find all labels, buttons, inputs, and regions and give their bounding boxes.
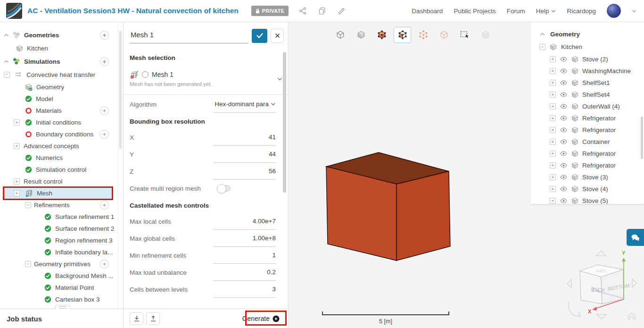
geometry-part-refrigerator[interactable]: +Refrigerator bbox=[531, 148, 644, 160]
tree-item-numerics[interactable]: Numerics bbox=[0, 152, 118, 164]
expander-plus[interactable]: + bbox=[550, 174, 556, 180]
tree-item-surface-refinement-2[interactable]: Surface refinement 2 bbox=[0, 223, 118, 235]
visibility-eye-icon[interactable] bbox=[560, 92, 567, 97]
mesh-selection-control[interactable]: Mesh 1Mesh has not been generated yet. bbox=[130, 65, 276, 92]
visibility-eye-icon[interactable] bbox=[560, 186, 567, 192]
tree-item-result-control[interactable]: +Result control bbox=[0, 176, 118, 187]
expander-plus[interactable]: + bbox=[550, 198, 556, 204]
expander-plus[interactable]: + bbox=[550, 162, 556, 168]
app-logo-icon[interactable] bbox=[6, 3, 22, 19]
geometry-tree-scrollbar[interactable] bbox=[641, 117, 643, 159]
tree-item-geometry-primitives[interactable]: −Geometry primitives+ bbox=[0, 258, 118, 270]
tree-item-convective-heat-transfer[interactable]: −Convective heat transfer bbox=[0, 68, 118, 81]
tree-item-region-refinement-3[interactable]: Region refinement 3 bbox=[0, 235, 118, 246]
user-menu-chevron-icon[interactable] bbox=[632, 9, 636, 13]
geometry-part-outerwall-4-[interactable]: +OuterWall (4) bbox=[531, 101, 644, 112]
expander-plus[interactable]: + bbox=[550, 139, 556, 145]
geometry-part-shelfset4[interactable]: +ShelfSet4 bbox=[531, 89, 644, 101]
add-button[interactable]: + bbox=[100, 106, 109, 115]
add-button[interactable]: + bbox=[100, 31, 109, 40]
field-value-input[interactable]: 1.00e+8 bbox=[214, 230, 276, 247]
expander-minus[interactable]: − bbox=[25, 202, 31, 208]
close-button[interactable] bbox=[271, 29, 284, 43]
tree-item-refinements[interactable]: −Refinements+ bbox=[0, 199, 118, 211]
rename-pencil-icon[interactable] bbox=[336, 6, 347, 16]
tree-item-simulation-control[interactable]: Simulation control bbox=[0, 164, 118, 176]
visibility-eye-icon[interactable] bbox=[560, 116, 567, 121]
expander-plus[interactable]: + bbox=[550, 103, 556, 109]
expander-plus[interactable]: + bbox=[550, 151, 556, 157]
field-value-input[interactable]: 41 bbox=[214, 129, 276, 146]
geometry-part-container[interactable]: +Container bbox=[531, 136, 644, 148]
tree-item-cartesian-box-3[interactable]: Cartesian box 3 bbox=[0, 294, 118, 305]
visibility-eye-icon[interactable] bbox=[560, 68, 567, 74]
geometry-part-refrigerator[interactable]: +Refrigerator bbox=[531, 124, 644, 136]
user-avatar[interactable] bbox=[607, 4, 621, 18]
tree-item-boundary-conditions[interactable]: Boundary conditions+ bbox=[0, 128, 118, 140]
add-button[interactable]: + bbox=[100, 130, 109, 139]
job-status-bar[interactable]: Job status bbox=[0, 309, 123, 328]
confirm-button[interactable] bbox=[252, 29, 267, 43]
nav-public-projects[interactable]: Public Projects bbox=[454, 8, 495, 15]
expander-plus[interactable]: + bbox=[550, 56, 556, 62]
tree-item-simulations[interactable]: Simulations+ bbox=[0, 55, 118, 68]
visibility-eye-icon[interactable] bbox=[560, 175, 567, 180]
copy-icon[interactable] bbox=[317, 6, 327, 16]
visibility-eye-icon[interactable] bbox=[560, 198, 567, 203]
dropdown-chevron-icon[interactable] bbox=[277, 77, 282, 81]
tree-item-geometry[interactable]: Geometry bbox=[0, 81, 118, 93]
nav-username[interactable]: Ricardopg bbox=[567, 8, 596, 15]
geometry-part-washingmachine[interactable]: +WashingMachine bbox=[531, 65, 644, 77]
job-status-collapse-handle[interactable] bbox=[55, 305, 70, 309]
share-icon[interactable] bbox=[297, 6, 308, 16]
expander-plus[interactable]: + bbox=[550, 68, 556, 74]
field-value-input[interactable]: 3 bbox=[214, 281, 276, 298]
expander-minus[interactable]: − bbox=[4, 72, 10, 78]
tree-item-model[interactable]: Model bbox=[0, 93, 118, 105]
panel-scrollbar[interactable] bbox=[283, 52, 286, 193]
expander-plus[interactable]: + bbox=[550, 92, 556, 98]
collapse-expander[interactable]: − bbox=[539, 44, 545, 50]
geometry-part-refrigerator[interactable]: +Refrigerator bbox=[531, 160, 644, 171]
tree-item-inflate-boundary-la[interactable]: Inflate boundary la... bbox=[0, 246, 118, 258]
mesh-radio[interactable] bbox=[142, 71, 149, 78]
geometry-root-kitchen[interactable]: − Kitchen bbox=[531, 41, 644, 53]
tree-item-surface-refinement-1[interactable]: Surface refinement 1 bbox=[0, 211, 118, 223]
expander-plus[interactable]: + bbox=[14, 190, 20, 196]
add-button[interactable]: + bbox=[100, 260, 109, 269]
orientation-cube[interactable]: LEFT BACK BOTTOM Y X Z bbox=[563, 247, 644, 328]
nav-forum[interactable]: Forum bbox=[507, 8, 525, 15]
tree-item-mesh[interactable]: +Mesh bbox=[0, 187, 118, 199]
geometry-part-shelfset1[interactable]: +ShelfSet1 bbox=[531, 77, 644, 89]
visibility-eye-icon[interactable] bbox=[560, 80, 567, 85]
field-value-input[interactable]: 0.2 bbox=[214, 264, 276, 281]
upload-settings-button[interactable] bbox=[146, 312, 160, 325]
mesh-name-input[interactable]: Mesh 1 bbox=[130, 28, 248, 43]
tree-item-initial-conditions[interactable]: +Initial conditions bbox=[0, 117, 118, 128]
expander-plus[interactable]: + bbox=[14, 119, 20, 126]
field-value-input[interactable]: 56 bbox=[214, 163, 276, 180]
tree-item-kitchen[interactable]: Kitchen bbox=[0, 42, 118, 55]
visibility-eye-icon[interactable] bbox=[560, 57, 567, 62]
geometry-part-refrigerator[interactable]: +Refrigerator bbox=[531, 112, 644, 124]
expander-plus[interactable]: + bbox=[14, 178, 20, 185]
add-button[interactable]: + bbox=[100, 201, 109, 210]
expander-plus[interactable]: + bbox=[550, 186, 556, 192]
geometry-part-stove-5-[interactable]: +Stove (5) bbox=[531, 195, 644, 204]
nav-dashboard[interactable]: Dashboard bbox=[412, 8, 443, 15]
support-chat-button[interactable] bbox=[627, 229, 644, 246]
geometry-part-stove-3-[interactable]: +Stove (3) bbox=[531, 171, 644, 183]
geometry-tree-header[interactable]: Geometry bbox=[531, 28, 644, 41]
expander-plus[interactable]: + bbox=[550, 80, 556, 86]
sidebar-scrollbar[interactable] bbox=[119, 31, 122, 149]
visibility-eye-icon[interactable] bbox=[560, 163, 567, 168]
nav-help[interactable]: Help bbox=[536, 8, 556, 15]
geometry-part-stove-2-[interactable]: +Stove (2) bbox=[531, 53, 644, 65]
field-value-input[interactable]: 1 bbox=[214, 247, 276, 264]
toggle-off[interactable] bbox=[217, 185, 231, 192]
download-settings-button[interactable] bbox=[130, 312, 143, 325]
expander-plus[interactable]: + bbox=[14, 143, 20, 149]
field-value-select[interactable]: Hex-dominant para bbox=[214, 96, 276, 113]
expander-plus[interactable]: + bbox=[550, 115, 556, 121]
tree-item-geometries[interactable]: Geometries+ bbox=[0, 28, 118, 42]
